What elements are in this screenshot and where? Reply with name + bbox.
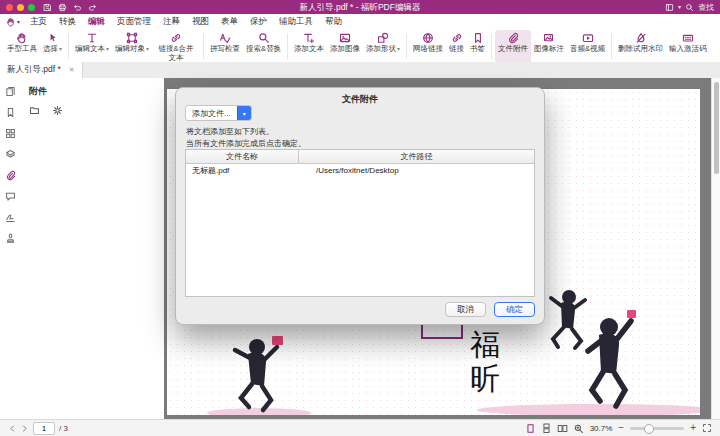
open-attachment-icon[interactable] [29, 105, 40, 116]
page-navigation: / 3 [8, 422, 68, 435]
fullscreen-icon[interactable] [702, 423, 712, 433]
tool-link[interactable]: 链接 [446, 30, 467, 63]
zoom-out-button[interactable]: − [618, 423, 624, 433]
chevron-down-icon: ▾ [146, 46, 149, 52]
chevron-down-icon: ▾ [397, 46, 400, 52]
comment-icon[interactable] [5, 191, 16, 202]
page-number-input[interactable] [33, 422, 55, 435]
print-icon[interactable] [58, 3, 67, 12]
menu-item-辅助工具[interactable]: 辅助工具 [273, 16, 319, 28]
tool-bookmark[interactable]: 书签 [467, 30, 488, 63]
tool-file-attachment[interactable]: 文件附件 [495, 30, 531, 63]
stamp-icon[interactable] [5, 233, 16, 244]
ok-button[interactable]: 确定 [494, 302, 535, 317]
attachment-settings-icon[interactable] [52, 105, 63, 116]
tool-label: 编辑文本▾ [75, 45, 109, 54]
tool-hand[interactable]: 手型工具 [4, 30, 40, 63]
prev-page-icon[interactable] [8, 424, 17, 433]
menu-item-帮助[interactable]: 帮助 [319, 16, 348, 28]
jumping-man-figure [588, 310, 636, 406]
close-window-button[interactable] [6, 4, 13, 11]
menu-item-编辑[interactable]: 编辑 [82, 16, 111, 28]
thumbnails-icon[interactable] [5, 128, 16, 139]
add-file-dropdown-icon[interactable]: ▾ [237, 106, 251, 120]
search-icon[interactable] [685, 3, 694, 12]
activation-code-icon [682, 32, 694, 44]
tool-spellcheck[interactable]: 拼写检查 [207, 30, 243, 63]
table-row[interactable]: 无标题.pdf/Users/foxitnet/Desktop [186, 164, 534, 177]
redo-icon[interactable] [88, 3, 97, 12]
attachments-panel: 附件 [20, 78, 165, 420]
undo-icon[interactable] [73, 3, 82, 12]
add-file-button[interactable]: 添加文件... ▾ [185, 105, 252, 121]
tool-activation-code[interactable]: 输入激活码 [666, 30, 710, 63]
minimize-window-button[interactable] [17, 4, 24, 11]
jumping-man-small-figure [551, 290, 585, 348]
tool-image-annotation[interactable]: 图像标注 [531, 30, 567, 63]
pages-icon[interactable] [5, 86, 16, 97]
chevron-down-icon: ▾ [106, 46, 109, 52]
layout-caret-icon[interactable]: ▾ [678, 4, 681, 10]
menu-item-表单[interactable]: 表单 [215, 16, 244, 28]
menubar-items: 主页转换编辑页面管理注释视图表单保护辅助工具帮助 [24, 16, 348, 28]
marquee-zoom-icon[interactable] [573, 423, 584, 434]
tool-web-link[interactable]: 网络链接 [410, 30, 446, 63]
document-tabbar: 新人引导.pdf * ✕ [0, 62, 720, 79]
find-label[interactable]: 查找 [698, 2, 714, 13]
tool-add-text[interactable]: 添加文本 [291, 30, 327, 63]
tool-audio-video[interactable]: 音频&视频 [567, 30, 608, 63]
cancel-button[interactable]: 取消 [445, 302, 486, 317]
tool-label: 文件附件 [498, 45, 528, 54]
tool-label: 添加形状▾ [366, 45, 400, 54]
attachment-table-body: 无标题.pdf/Users/foxitnet/Desktop [186, 164, 534, 177]
tab-close-icon[interactable]: ✕ [69, 66, 75, 74]
zoom-window-button[interactable] [28, 4, 35, 11]
zoom-percent[interactable]: 30.7% [590, 424, 613, 433]
save-icon[interactable] [43, 3, 52, 12]
toolbar-separator [287, 34, 288, 59]
facing-page-icon[interactable] [557, 423, 568, 434]
tool-add-shape[interactable]: 添加形状▾ [363, 30, 403, 63]
single-page-icon[interactable] [525, 423, 536, 434]
select-icon [47, 32, 59, 44]
tool-label: 链接 [449, 45, 464, 54]
menu-item-主页[interactable]: 主页 [24, 16, 53, 28]
menu-item-转换[interactable]: 转换 [53, 16, 82, 28]
tool-edit-object[interactable]: 编辑对象▾ [112, 30, 152, 63]
column-header-1[interactable]: 文件名称 [186, 150, 299, 163]
navigation-strip [0, 78, 21, 420]
zoom-slider-knob[interactable] [644, 424, 654, 434]
tool-edit-text[interactable]: 编辑文本▾ [72, 30, 112, 63]
edit-object-icon [126, 32, 138, 44]
continuous-page-icon[interactable] [541, 423, 552, 434]
link-text-icon [170, 32, 182, 44]
vertical-scrollbar[interactable] [711, 78, 720, 420]
signature-icon[interactable] [5, 212, 16, 223]
tool-search-replace[interactable]: 搜索&替换 [243, 30, 284, 63]
attachment-icon[interactable] [5, 170, 16, 181]
quick-tool-button[interactable]: ▾ [6, 17, 20, 27]
scrollbar-thumb[interactable] [714, 82, 719, 174]
next-page-icon[interactable] [20, 424, 29, 433]
tab-label: 新人引导.pdf * [7, 64, 61, 76]
layers-icon[interactable] [5, 149, 16, 160]
dialog-instruction-2: 当所有文件添加完成后点击确定。 [186, 138, 306, 149]
menu-item-页面管理[interactable]: 页面管理 [111, 16, 157, 28]
attachment-table: 文件名称文件路径 无标题.pdf/Users/foxitnet/Desktop [185, 149, 535, 297]
toolbar: 手型工具选择▾编辑文本▾编辑对象▾链接&合并文本拼写检查搜索&替换添加文本添加图… [0, 29, 720, 65]
zoom-slider[interactable] [630, 427, 684, 430]
tool-label: 编辑对象▾ [115, 45, 149, 54]
zoom-in-button[interactable]: + [690, 423, 696, 433]
tool-remove-watermark[interactable]: 删除试用水印 [615, 30, 666, 63]
column-header-2[interactable]: 文件路径 [299, 150, 534, 163]
tool-link-text[interactable]: 链接&合并文本 [152, 30, 200, 63]
add-image-icon [339, 32, 351, 44]
menu-item-视图[interactable]: 视图 [186, 16, 215, 28]
menu-item-注释[interactable]: 注释 [157, 16, 186, 28]
menu-item-保护[interactable]: 保护 [244, 16, 273, 28]
tool-select[interactable]: 选择▾ [40, 30, 65, 63]
tool-add-image[interactable]: 添加图像 [327, 30, 363, 63]
bookmark-icon[interactable] [5, 107, 16, 118]
layout-icon[interactable] [665, 3, 674, 12]
document-tab[interactable]: 新人引导.pdf * ✕ [0, 62, 83, 78]
